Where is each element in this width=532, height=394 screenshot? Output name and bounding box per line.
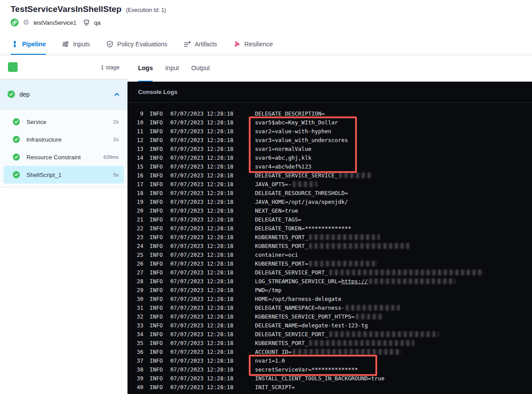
log-message: DELEGATE_TAGS= <box>255 215 301 224</box>
log-line[interactable]: 38 INFO 07/07/2023 12:28:18 secretServic… <box>127 365 532 374</box>
log-line[interactable]: 35 INFO 07/07/2023 12:28:18 KUBERNETES_P… <box>127 339 532 348</box>
chevron-up-icon[interactable] <box>113 91 120 98</box>
tab-resilience[interactable]: Resilience <box>233 34 273 55</box>
tab-pipeline[interactable]: Pipeline <box>11 34 46 55</box>
environment-icon <box>82 19 90 26</box>
tab-logs-label: Logs <box>138 64 153 71</box>
log-message: svar5$abc=Key_WIth_Dollar <box>255 118 338 127</box>
log-line[interactable]: 39 INFO 07/07/2023 12:28:18 INSTALL_CLIE… <box>127 374 532 383</box>
tab-policy-evaluations-label: Policy Evaluations <box>117 41 168 48</box>
log-line[interactable]: 28 INFO 07/07/2023 12:28:18 LOG_STREAMIN… <box>127 277 532 286</box>
log-message: nvar1=1.0 <box>255 356 285 365</box>
log-line[interactable]: 14 INFO 07/07/2023 12:28:18 svar6=abc,gh… <box>127 154 532 162</box>
log-level: INFO <box>150 277 170 286</box>
stage-status-square[interactable] <box>8 62 18 72</box>
tab-output[interactable]: Output <box>191 55 210 82</box>
gear-icon[interactable]: ⚙ <box>22 19 30 26</box>
log-line[interactable]: 13 INFO 07/07/2023 12:28:18 svar1=normal… <box>127 145 532 154</box>
service-name[interactable]: testVarsService1 <box>34 19 76 26</box>
log-timestamp: 07/07/2023 12:28:18 <box>170 189 255 198</box>
step-row-shellscript-1[interactable]: ShellScript_1 5s <box>4 166 124 184</box>
log-timestamp: 07/07/2023 12:28:18 <box>170 162 255 171</box>
pipeline-icon <box>11 40 19 48</box>
log-line[interactable]: 22 INFO 07/07/2023 12:28:18 DELEGATE_TOK… <box>127 224 532 233</box>
step-label: Service <box>26 119 46 125</box>
log-level: INFO <box>150 109 170 118</box>
log-line-number: 35 <box>127 339 143 348</box>
log-timestamp: 07/07/2023 12:28:18 <box>170 268 255 277</box>
tab-artifacts[interactable]: Artifacts <box>183 34 217 55</box>
log-line-number: 11 <box>127 127 143 136</box>
log-timestamp: 07/07/2023 12:28:18 <box>170 374 255 383</box>
log-timestamp: 07/07/2023 12:28:18 <box>170 242 255 251</box>
log-line[interactable]: 32 INFO 07/07/2023 12:28:18 KUBERNETES_S… <box>127 312 532 321</box>
redacted-value <box>309 261 378 266</box>
environment-name[interactable]: qa <box>94 19 100 26</box>
stage-count-label: 1 stage <box>101 64 120 71</box>
main-tab-bar: Pipeline Inputs Policy Evaluations Artif… <box>0 34 532 55</box>
log-level: INFO <box>150 180 170 189</box>
log-timestamp: 07/07/2023 12:28:18 <box>170 127 255 136</box>
stage-group-dep[interactable]: dep <box>0 79 127 109</box>
log-line[interactable]: 16 INFO 07/07/2023 12:28:18 DELEGATE_SER… <box>127 171 532 180</box>
redacted-value <box>330 331 439 337</box>
log-timestamp: 07/07/2023 12:28:18 <box>170 356 255 365</box>
tab-logs[interactable]: Logs <box>138 55 153 82</box>
log-line[interactable]: 36 INFO 07/07/2023 12:28:18 ACCOUNT_ID= <box>127 348 532 356</box>
log-line-number: 27 <box>127 268 143 277</box>
log-line[interactable]: 23 INFO 07/07/2023 12:28:18 KUBERNETES_P… <box>127 233 532 242</box>
log-line[interactable]: 27 INFO 07/07/2023 12:28:18 DELEGATE_SER… <box>127 268 532 277</box>
redacted-value <box>339 173 372 178</box>
redacted-value <box>356 314 383 319</box>
log-message: HOME=/opt/harness-delegate <box>255 295 341 304</box>
log-line[interactable]: 18 INFO 07/07/2023 12:28:18 DELEGATE_RES… <box>127 189 532 198</box>
log-message: INSTALL_CLIENT_TOOLS_IN_BACKGROUND=true <box>255 374 385 383</box>
tab-resilience-label: Resilience <box>244 41 273 48</box>
step-row-service[interactable]: Service 2s <box>4 113 124 131</box>
log-message: DELEGATE_NAMESPACE=harness- <box>255 304 400 312</box>
log-line[interactable]: 10 INFO 07/07/2023 12:28:18 svar5$abc=Ke… <box>127 118 532 127</box>
log-level: INFO <box>150 321 170 330</box>
log-line-number: 24 <box>127 242 143 251</box>
log-timestamp: 07/07/2023 12:28:18 <box>170 109 255 118</box>
log-line[interactable]: 21 INFO 07/07/2023 12:28:18 DELEGATE_TAG… <box>127 215 532 224</box>
log-link[interactable]: https:// <box>341 278 368 285</box>
log-timestamp: 07/07/2023 12:28:18 <box>170 277 255 286</box>
tab-input[interactable]: Input <box>165 55 179 82</box>
log-line[interactable]: 24 INFO 07/07/2023 12:28:18 KUBERNETES_P… <box>127 242 532 251</box>
log-line[interactable]: 40 INFO 07/07/2023 12:28:18 INIT_SCRIPT= <box>127 383 532 392</box>
console-title: Console Logs <box>138 89 177 95</box>
redacted-value <box>369 278 456 284</box>
log-line[interactable]: 25 INFO 07/07/2023 12:28:18 container=oc… <box>127 251 532 259</box>
stage-summary-bar: 1 stage <box>0 55 127 79</box>
log-line[interactable]: 31 INFO 07/07/2023 12:28:18 DELEGATE_NAM… <box>127 304 532 312</box>
log-line[interactable]: 20 INFO 07/07/2023 12:28:18 NEXT_GEN=tru… <box>127 206 532 215</box>
log-timestamp: 07/07/2023 12:28:18 <box>170 171 255 180</box>
log-line[interactable]: 33 INFO 07/07/2023 12:28:18 DELEGATE_NAM… <box>127 321 532 330</box>
log-line[interactable]: 12 INFO 07/07/2023 12:28:18 svar3=value_… <box>127 136 532 145</box>
log-message: JAVA_OPTS=- <box>255 180 317 189</box>
log-line[interactable]: 17 INFO 07/07/2023 12:28:18 JAVA_OPTS=- <box>127 180 532 189</box>
step-row-infrastructure[interactable]: Infrastructure 2s <box>4 131 124 148</box>
log-line[interactable]: 30 INFO 07/07/2023 12:28:18 HOME=/opt/ha… <box>127 295 532 304</box>
console-log-area[interactable]: 9 INFO 07/07/2023 12:28:18 DELEGATE_DESC… <box>127 103 532 394</box>
check-circle-icon <box>12 118 20 126</box>
log-timestamp: 07/07/2023 12:28:18 <box>170 145 255 154</box>
step-row-resource-constraint[interactable]: Resource Constraint 639ms <box>4 148 124 166</box>
log-line[interactable]: 34 INFO 07/07/2023 12:28:18 DELEGATE_SER… <box>127 330 532 339</box>
log-message: JAVA_HOME=/opt/java/openjdk/ <box>255 198 348 206</box>
tab-inputs[interactable]: Inputs <box>62 34 90 55</box>
log-line[interactable]: 26 INFO 07/07/2023 12:28:18 KUBERNETES_P… <box>127 259 532 268</box>
redacted-value <box>309 243 410 249</box>
log-line[interactable]: 15 INFO 07/07/2023 12:28:18 svar4=abc%de… <box>127 162 532 171</box>
log-timestamp: 07/07/2023 12:28:18 <box>170 154 255 162</box>
log-level: INFO <box>150 118 170 127</box>
log-message: NEXT_GEN=true <box>255 206 298 215</box>
log-line[interactable]: 9 INFO 07/07/2023 12:28:18 DELEGATE_DESC… <box>127 109 532 118</box>
log-line[interactable]: 29 INFO 07/07/2023 12:28:18 PWD=/tmp <box>127 286 532 295</box>
log-timestamp: 07/07/2023 12:28:18 <box>170 348 255 356</box>
log-line[interactable]: 11 INFO 07/07/2023 12:28:18 svar2=value-… <box>127 127 532 136</box>
tab-policy-evaluations[interactable]: Policy Evaluations <box>106 34 168 55</box>
log-line[interactable]: 37 INFO 07/07/2023 12:28:18 nvar1=1.0 <box>127 356 532 365</box>
log-line[interactable]: 19 INFO 07/07/2023 12:28:18 JAVA_HOME=/o… <box>127 198 532 206</box>
